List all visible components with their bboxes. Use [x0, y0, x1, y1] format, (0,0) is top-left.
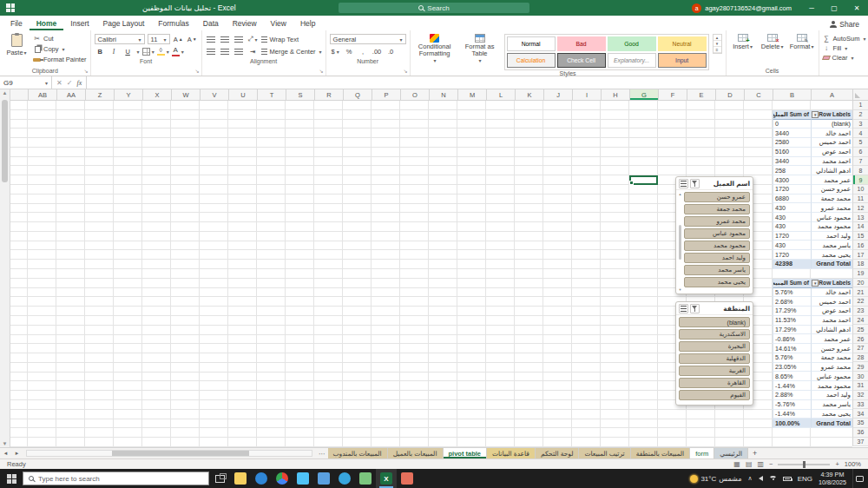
slicer-scrollbar[interactable]: ▲▼	[678, 192, 682, 292]
copy-button[interactable]: Copy▾	[33, 45, 87, 53]
ribbon-tab-help[interactable]: Help	[293, 17, 322, 30]
delete-cells-button[interactable]: Delete▾	[760, 32, 786, 50]
sheet-tab-5[interactable]: ترتيب المبيعات	[579, 448, 630, 458]
pivot-row-label[interactable]: يحيى محمد	[811, 250, 852, 260]
style-chip-explanatory-[interactable]: Explanatory...	[608, 53, 656, 68]
taskbar-app-task-view[interactable]	[209, 469, 230, 488]
row-header-29[interactable]: 29	[852, 362, 868, 372]
row-header-37[interactable]: 37	[852, 438, 868, 447]
slicer-item[interactable]: يحيى محمد	[684, 277, 750, 287]
column-header-G[interactable]: G	[629, 89, 658, 101]
clear-filter-icon[interactable]	[690, 179, 700, 188]
taskbar-app-paint[interactable]	[397, 469, 418, 488]
row-header-5[interactable]: 5	[852, 138, 868, 148]
vertical-scroll-thumb[interactable]	[2, 100, 8, 182]
row-header-32[interactable]: 32	[852, 391, 868, 400]
slicer-item[interactable]: الغربية	[679, 366, 750, 376]
ribbon-tab-formulas[interactable]: Formulas	[151, 17, 195, 30]
autosum-button[interactable]: ∑AutoSum▾	[823, 35, 866, 43]
styles-gallery-scroll[interactable]: ▴▾≡	[713, 34, 722, 54]
wifi-icon[interactable]	[769, 476, 777, 482]
slicer-item[interactable]: محمد جمعة	[684, 204, 750, 214]
align-right-button[interactable]	[233, 46, 245, 56]
pivot-row-value[interactable]: 1720	[773, 185, 811, 195]
row-header-28[interactable]: 28	[852, 353, 868, 363]
pivot-row-label[interactable]: محمد جمعة	[811, 353, 852, 363]
comma-format-button[interactable]: ,	[358, 46, 369, 56]
column-header-Z[interactable]: Z	[85, 89, 114, 101]
format-painter-button[interactable]: Format Painter	[33, 56, 87, 63]
sheet-tab-3[interactable]: قاعدة البيانات	[487, 448, 536, 458]
multi-select-icon[interactable]	[679, 179, 688, 188]
pivot-row-label[interactable]: وليد احمد	[811, 391, 852, 400]
taskbar-app-chrome[interactable]	[272, 469, 293, 488]
column-header-E[interactable]: E	[687, 89, 715, 101]
ribbon-tab-data[interactable]: Data	[196, 17, 226, 30]
ribbon-tab-home[interactable]: Home	[30, 17, 64, 30]
fill-button[interactable]: ↓Fill▾	[823, 44, 866, 52]
row-header-9[interactable]: 9	[852, 175, 868, 185]
align-middle-button[interactable]	[220, 34, 231, 44]
clipboard-dialog-launcher[interactable]: ↘	[84, 68, 89, 74]
clear-filter-icon[interactable]	[690, 304, 700, 313]
pivot-row-label[interactable]: عمر محمد	[811, 175, 852, 185]
ribbon-tab-page-layout[interactable]: Page Layout	[96, 17, 152, 30]
font-color-button[interactable]: A▾	[172, 46, 184, 56]
scroll-up-icon[interactable]: ▲	[0, 90, 10, 96]
weather-widget[interactable]: 31°C مشمس	[690, 475, 741, 483]
enter-formula-icon[interactable]: ✓	[67, 79, 73, 87]
style-chip-input[interactable]: Input	[658, 53, 707, 68]
select-all-corner[interactable]	[852, 89, 868, 101]
row-labels-filter-icon[interactable]: ▾	[812, 111, 819, 118]
sheet-tab-7[interactable]: form	[690, 448, 714, 458]
clock[interactable]: 4:39 PM 10/8/2025	[819, 471, 846, 486]
format-as-table-button[interactable]: Format as Table▾	[459, 32, 501, 63]
pivot-row-value[interactable]: 17.29%	[773, 307, 811, 316]
row-header-22[interactable]: 22	[852, 297, 868, 307]
row-header-25[interactable]: 25	[852, 325, 868, 334]
row-header-30[interactable]: 30	[852, 372, 868, 381]
row-header-24[interactable]: 24	[852, 316, 868, 326]
font-size-select[interactable]: 11▾	[148, 34, 170, 44]
column-header-Q[interactable]: Q	[343, 89, 372, 101]
slicer-item[interactable]: وليد احمد	[684, 253, 750, 263]
pivot-row-label[interactable]: محمد عمرو	[811, 203, 852, 213]
pivot-row-label[interactable]: وليد احمد	[811, 232, 852, 241]
column-header-I[interactable]: I	[572, 89, 601, 101]
taskbar-app-mail[interactable]	[313, 469, 334, 488]
sheet-tab-overflow-icon[interactable]: ⋯	[316, 448, 328, 458]
pivot-row-label[interactable]: احمد خالد	[811, 288, 852, 298]
row-header-27[interactable]: 27	[852, 344, 868, 353]
column-header-V[interactable]: V	[200, 89, 228, 101]
pivot-row-value[interactable]: 5160	[773, 148, 811, 157]
currency-format-button[interactable]: $▾	[330, 46, 341, 56]
sheet-tab-1[interactable]: المبيعات بالعميل	[388, 448, 444, 458]
pivot-row-value[interactable]: 1720	[773, 232, 811, 241]
column-header-A[interactable]: A	[811, 89, 852, 101]
align-center-button[interactable]	[220, 46, 231, 56]
font-dialog-launcher[interactable]: ↘	[195, 68, 200, 74]
ribbon-tab-view[interactable]: View	[264, 17, 293, 30]
column-header-C[interactable]: C	[744, 89, 773, 101]
pivot-row-value[interactable]: -5.76%	[773, 400, 811, 410]
zoom-out-button[interactable]: −	[769, 460, 773, 468]
restore-button[interactable]: ▢	[823, 0, 845, 16]
pivot-row-label[interactable]: محمود عباس	[811, 213, 852, 222]
pivot-row-value[interactable]: 2.88%	[773, 391, 811, 400]
page-layout-view-icon[interactable]: ▤	[746, 460, 753, 468]
zoom-in-button[interactable]: +	[835, 460, 838, 468]
insert-cells-button[interactable]: Insert▾	[730, 32, 756, 50]
pivot-row-value[interactable]: 258	[773, 166, 811, 175]
slicer-item[interactable]: (blank)	[679, 317, 750, 327]
minimize-button[interactable]: ─	[800, 0, 823, 16]
name-box[interactable]: G9▾	[0, 76, 52, 89]
wrap-text-button[interactable]: Wrap Text	[261, 36, 299, 43]
conditional-formatting-button[interactable]: Conditional Formatting▾	[414, 32, 456, 63]
style-chip-good[interactable]: Good	[608, 36, 656, 51]
column-header-AB[interactable]: AB	[28, 89, 56, 101]
pivot-row-value[interactable]: 5.76%	[773, 353, 811, 363]
slicer-region[interactable]: المنطقة (blank)الاسكندريةالبحيرةالدقهلية…	[675, 301, 753, 406]
pivot-row-label[interactable]: عمرو حسن	[811, 344, 852, 353]
pivot-row-label[interactable]: عمر محمد	[811, 334, 852, 344]
cut-button[interactable]: ✂Cut	[33, 35, 87, 43]
